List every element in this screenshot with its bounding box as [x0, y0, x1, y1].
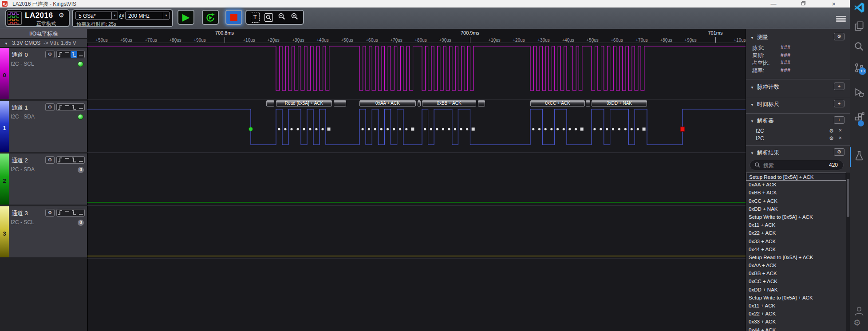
trigger-high-icon[interactable] — [64, 157, 71, 163]
decoded-byte-label[interactable]: 0xDD + NAK — [592, 100, 647, 106]
trigger-fall-icon[interactable] — [71, 51, 77, 58]
result-row[interactable]: 0x33 + ACK — [746, 318, 846, 326]
channel-number: 1 — [0, 125, 9, 131]
results-list: Setup Read to [0x5A] + ACK0xAA + ACK0xBB… — [746, 173, 846, 331]
results-scrollbar[interactable] — [846, 173, 850, 331]
results-settings-button[interactable]: ⚙ — [834, 148, 844, 156]
channel-value-badge: 0 — [78, 167, 84, 173]
decoder-item[interactable]: I2C — [756, 128, 764, 134]
channel-color-strip[interactable]: 0 — [0, 48, 9, 99]
device-settings-icon[interactable]: ⚙ — [59, 12, 64, 19]
channel-color-strip[interactable]: 2 — [0, 154, 9, 205]
channel-settings-button[interactable]: ⚙ — [45, 51, 55, 58]
trigger-rise-icon[interactable] — [57, 209, 63, 216]
decoded-ack-box[interactable] — [418, 100, 421, 106]
section-measure[interactable]: ▼测量 — [750, 34, 768, 41]
decoder-add-button[interactable]: + — [834, 116, 844, 124]
decoded-ack-box[interactable] — [586, 100, 590, 106]
result-row[interactable]: 0x33 + ACK — [746, 237, 846, 245]
decoder-remove-icon[interactable]: × — [839, 127, 842, 134]
result-row[interactable]: 0x11 + ACK — [746, 302, 846, 310]
decoded-byte-label[interactable]: 0xBB + ACK — [422, 100, 476, 106]
result-row[interactable]: 0x44 + ACK — [746, 245, 846, 253]
manage-gear-icon[interactable]: ⚙ — [853, 318, 865, 329]
decoder-settings-icon[interactable]: ⚙ — [829, 128, 834, 134]
result-row[interactable]: 0xDD + NAK — [746, 286, 846, 294]
menu-icon[interactable] — [836, 16, 846, 23]
decoder-item[interactable]: I2C — [756, 135, 764, 142]
section-decoder[interactable]: ▼解析器 — [750, 117, 773, 125]
result-row[interactable]: 0x11 + ACK — [746, 221, 846, 229]
pulse-add-button[interactable]: + — [834, 83, 844, 90]
result-row[interactable]: 0xCC + ACK — [746, 197, 846, 205]
measure-value: ### — [781, 52, 791, 58]
result-row[interactable]: 0x44 + ACK — [746, 326, 846, 331]
window-title: LA2016 已连接 - KingstVIS — [12, 0, 76, 8]
section-time-marker[interactable]: ▼时间标尺 — [750, 101, 779, 108]
decoded-byte-label[interactable]: 0xAA + ACK — [359, 100, 416, 106]
io-standard-select[interactable]: ▼ 3.3V CMOS -> Vth: 1.65 V — [0, 39, 87, 47]
run-debug-icon[interactable] — [853, 87, 865, 99]
decoded-byte-label[interactable]: 0xCC + ACK — [530, 100, 585, 106]
search-icon[interactable] — [853, 41, 865, 52]
trigger-mode-group — [56, 51, 85, 58]
channel-color-strip[interactable]: 1 — [0, 101, 9, 152]
close-button[interactable]: × — [828, 0, 840, 7]
decoded-byte-label[interactable]: Read [0x5A] + ACK — [276, 100, 332, 106]
decoder-remove-icon[interactable]: × — [839, 135, 842, 141]
trigger-rise-icon[interactable] — [57, 51, 63, 58]
result-row[interactable]: Setup Read to [0x5A] + ACK — [746, 173, 846, 181]
result-row[interactable]: 0xAA + ACK — [746, 261, 846, 269]
channel-settings-button[interactable]: ⚙ — [45, 156, 55, 164]
testing-flask-icon[interactable] — [853, 150, 865, 162]
scrollbar-thumb[interactable] — [847, 179, 849, 217]
measure-value: ### — [781, 67, 791, 73]
result-row[interactable]: 0x22 + ACK — [746, 310, 846, 318]
trigger-fall-icon[interactable] — [71, 104, 77, 110]
result-row[interactable]: 0xCC + ACK — [746, 277, 846, 285]
result-row[interactable]: Setup Write to [0x5A] + ACK — [746, 213, 846, 221]
measure-label: 频率: — [752, 67, 764, 75]
result-row[interactable]: Setup Read to [0x5A] + ACK — [746, 253, 846, 261]
vscode-logo-icon — [853, 2, 865, 13]
maximize-button[interactable] — [797, 0, 809, 7]
decoder-settings-icon[interactable]: ⚙ — [829, 135, 834, 142]
result-row[interactable]: 0xAA + ACK — [746, 181, 846, 189]
result-row[interactable]: 0x22 + ACK — [746, 229, 846, 237]
result-row[interactable]: 0xDD + NAK — [746, 205, 846, 213]
trigger-rise-icon[interactable] — [57, 104, 63, 110]
trigger-low-icon[interactable] — [78, 104, 84, 110]
time-marker-add-button[interactable]: + — [834, 100, 844, 107]
explorer-icon[interactable] — [853, 20, 865, 32]
minimize-button[interactable]: — — [768, 0, 779, 7]
trigger-fall-icon[interactable] — [71, 209, 77, 216]
results-search-input[interactable]: 搜索 420 — [750, 160, 844, 170]
channel-color-strip[interactable]: 3 — [0, 206, 9, 257]
section-pulse-count[interactable]: ▼脉冲计数 — [750, 83, 779, 91]
channel-activity-led — [78, 61, 83, 67]
trigger-high-icon[interactable] — [64, 51, 71, 58]
result-row[interactable]: Setup Write to [0x5A] + ACK — [746, 294, 846, 302]
trigger-high-icon[interactable] — [64, 209, 71, 216]
channel-settings-button[interactable]: ⚙ — [45, 209, 55, 217]
trigger-low-icon[interactable] — [78, 51, 84, 58]
channel-settings-button[interactable]: ⚙ — [45, 103, 55, 111]
account-icon[interactable] — [853, 305, 865, 317]
result-row[interactable]: 0xBB + ACK — [746, 269, 846, 277]
source-control-badge: 10 — [859, 67, 866, 75]
trigger-low-icon[interactable] — [78, 209, 84, 216]
result-row[interactable]: 0xBB + ACK — [746, 189, 846, 197]
measure-settings-button[interactable]: ⚙ — [834, 33, 844, 40]
trigger-fall-icon[interactable] — [71, 157, 77, 163]
device-box[interactable]: LA2016 ⚙ 正常模式 — [5, 9, 70, 27]
trigger-high-icon[interactable] — [64, 104, 71, 110]
trigger-mode-group — [56, 156, 85, 164]
decoded-ack-box[interactable] — [266, 100, 274, 106]
decoded-ack-box[interactable] — [334, 100, 346, 106]
device-waveform-icon — [8, 12, 22, 25]
decoded-ack-box[interactable] — [478, 100, 485, 106]
section-results[interactable]: ▼解析结果 — [750, 149, 779, 157]
trigger-low-icon[interactable] — [78, 157, 84, 163]
search-icon — [754, 162, 761, 170]
trigger-rise-icon[interactable] — [57, 157, 63, 163]
